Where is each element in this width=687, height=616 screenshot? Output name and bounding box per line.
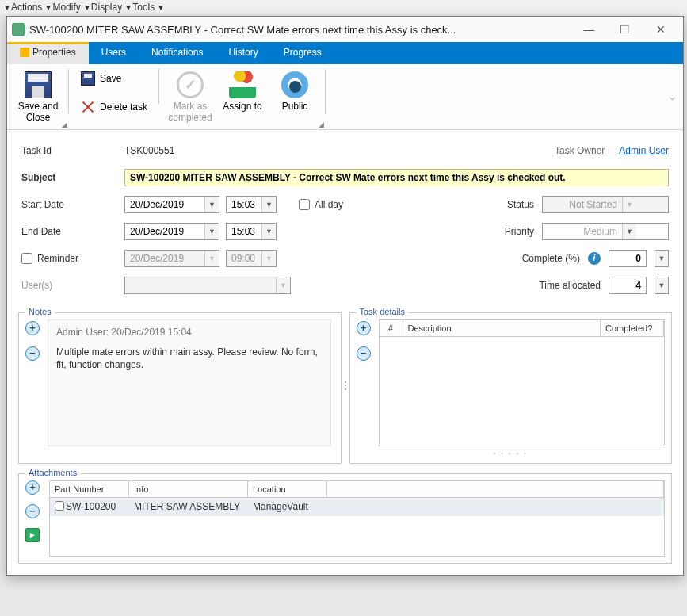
background-menu: ▾Actions ▾Modify ▾Display ▾Tools ▾ bbox=[0, 0, 687, 14]
